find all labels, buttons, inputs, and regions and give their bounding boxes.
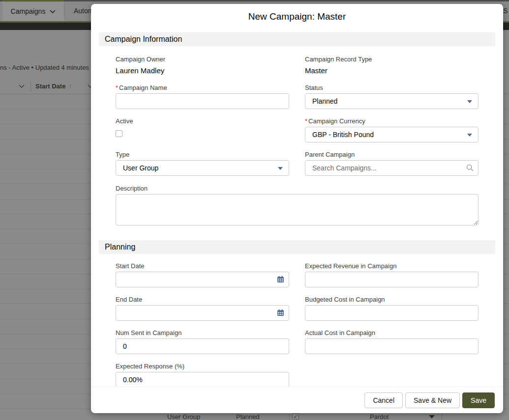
actual-cost-input[interactable] xyxy=(305,338,479,354)
campaign-name-label: *Campaign Name xyxy=(116,84,289,92)
campaign-currency-select[interactable]: GBP - British Pound xyxy=(305,127,479,142)
type-select-value: User Group xyxy=(123,164,158,172)
calendar-icon[interactable] xyxy=(277,309,284,316)
select-dropdown-icon xyxy=(467,100,472,103)
start-date-input[interactable] xyxy=(116,272,289,287)
chevron-down-icon[interactable] xyxy=(50,10,56,13)
num-sent-input[interactable] xyxy=(116,338,289,354)
save-button[interactable]: Save xyxy=(462,392,495,408)
campaign-record-type-label: Campaign Record Type xyxy=(305,55,479,64)
description-label: Description xyxy=(116,184,479,193)
section-campaign-information: Campaign Information xyxy=(99,32,495,46)
campaign-currency-value: GBP - British Pound xyxy=(312,131,374,139)
modal-title: New Campaign: Master xyxy=(91,4,503,29)
required-asterisk: * xyxy=(305,117,307,125)
save-and-new-button[interactable]: Save & New xyxy=(405,392,460,408)
active-checkbox-checked: ✓ xyxy=(292,413,299,420)
new-campaign-modal: New Campaign: Master Campaign Informatio… xyxy=(91,4,503,413)
modal-body: Campaign Information Campaign Owner Laur… xyxy=(91,29,503,387)
sort-ascending-icon: ↑ xyxy=(69,82,72,89)
list-view-meta: ns - Active • Updated 4 minutes xyxy=(0,64,89,71)
description-textarea[interactable] xyxy=(116,194,479,225)
calendar-icon[interactable] xyxy=(277,276,284,283)
select-dropdown-icon xyxy=(467,134,472,137)
expected-revenue-input[interactable] xyxy=(305,272,479,287)
expected-revenue-label: Expected Revenue in Campaign xyxy=(305,262,479,271)
campaign-owner-value: Lauren Madley xyxy=(116,66,289,76)
actual-cost-label: Actual Cost in Campaign xyxy=(305,329,479,337)
campaign-currency-label: *Campaign Currency xyxy=(305,117,479,126)
num-sent-label: Num Sent in Campaign xyxy=(116,329,289,337)
search-icon xyxy=(466,164,474,171)
active-label: Active xyxy=(116,117,289,126)
parent-campaign-label: Parent Campaign xyxy=(305,150,479,159)
active-checkbox[interactable] xyxy=(116,130,122,137)
tab-campaigns-label: Campaigns xyxy=(11,7,46,15)
tab-campaigns[interactable]: Campaigns xyxy=(2,0,64,21)
tab-partial-right[interactable]: S xyxy=(503,0,509,21)
campaign-name-input[interactable] xyxy=(116,93,289,109)
modal-footer: Cancel Save & New Save xyxy=(91,387,503,413)
campaign-record-type-value: Master xyxy=(305,66,479,76)
status-label: Status xyxy=(305,84,479,92)
table-row: User Group Planned ✓ Pardot xyxy=(0,413,509,420)
campaign-owner-label: Campaign Owner xyxy=(116,55,289,64)
start-date-label: Start Date xyxy=(116,262,289,271)
type-label: Type xyxy=(116,150,289,159)
row-cell-status: Planned xyxy=(236,413,260,420)
row-action-dropdown-icon[interactable] xyxy=(429,415,435,419)
row-cell-type: User Group xyxy=(167,413,200,420)
column-header-start-date[interactable]: Start Date xyxy=(35,83,65,90)
section-planning: Planning xyxy=(99,240,495,254)
end-date-label: End Date xyxy=(116,295,289,304)
expected-response-label: Expected Response (%) xyxy=(116,362,289,371)
select-dropdown-icon xyxy=(278,167,283,170)
budgeted-cost-input[interactable] xyxy=(305,305,479,321)
cancel-button[interactable]: Cancel xyxy=(364,392,403,408)
type-select[interactable]: User Group xyxy=(116,160,289,176)
status-select-value: Planned xyxy=(312,97,337,105)
row-cell-record: Pardot xyxy=(370,413,389,420)
parent-campaign-search-input[interactable] xyxy=(305,160,479,176)
cell-divider xyxy=(442,413,442,420)
required-asterisk: * xyxy=(116,84,118,91)
end-date-input[interactable] xyxy=(116,305,289,321)
status-select[interactable]: Planned xyxy=(305,93,479,109)
expected-response-input[interactable] xyxy=(116,372,289,387)
cell-divider xyxy=(289,413,290,420)
column-divider xyxy=(30,81,31,92)
tab-divider xyxy=(64,3,65,18)
column-menu-chevron-icon[interactable] xyxy=(19,84,25,88)
budgeted-cost-label: Budgeted Cost in Campaign xyxy=(305,295,479,304)
tab-partial-right-label: S xyxy=(503,7,508,15)
